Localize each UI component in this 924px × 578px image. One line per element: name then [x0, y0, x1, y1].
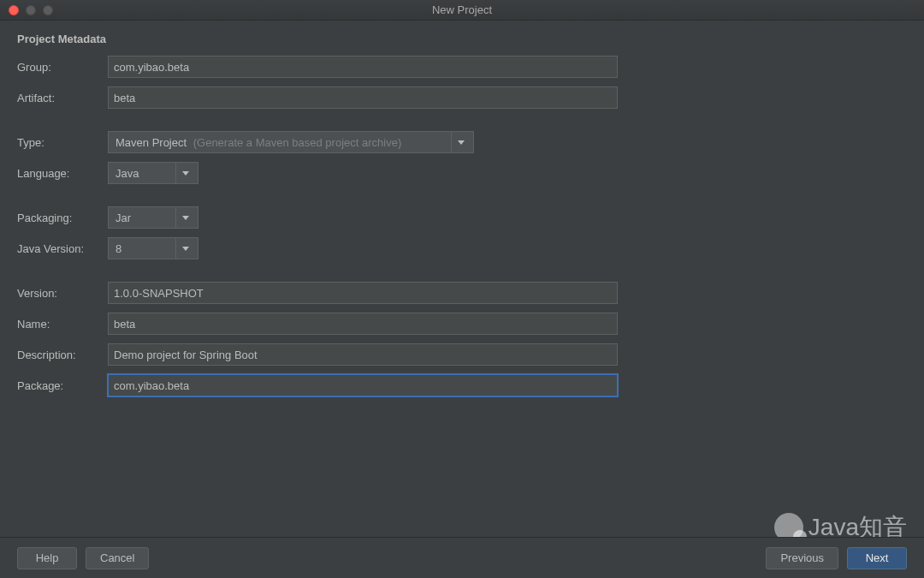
cancel-button[interactable]: Cancel	[86, 547, 149, 569]
packaging-select[interactable]: Jar	[108, 206, 198, 229]
previous-button[interactable]: Previous	[766, 547, 838, 569]
type-hint: (Generate a Maven based project archive)	[193, 136, 402, 149]
chevron-down-icon	[458, 140, 465, 145]
package-input[interactable]	[108, 374, 618, 396]
next-button[interactable]: Next	[847, 547, 907, 569]
window-title: New Project	[432, 3, 492, 16]
window-controls	[0, 5, 53, 15]
packaging-label: Packaging:	[17, 212, 103, 224]
package-label: Package:	[17, 379, 103, 392]
artifact-label: Artifact:	[17, 92, 103, 104]
minimize-icon	[26, 5, 36, 15]
description-input[interactable]	[108, 343, 618, 366]
chevron-down-icon	[182, 171, 189, 176]
packaging-value: Jar	[116, 212, 175, 224]
dialog-footer: Help Cancel Previous Next	[0, 537, 924, 578]
type-value: Maven Project	[116, 136, 187, 149]
version-input[interactable]	[108, 282, 618, 304]
metadata-form: Group: Artifact: Type: Maven Project (Ge…	[17, 56, 907, 396]
help-button[interactable]: Help	[17, 547, 77, 569]
dialog-content: Project Metadata Group: Artifact: Type: …	[0, 21, 924, 396]
java-version-label: Java Version:	[17, 242, 103, 255]
type-select[interactable]: Maven Project (Generate a Maven based pr…	[108, 131, 474, 153]
description-label: Description:	[17, 349, 103, 361]
version-label: Version:	[17, 287, 103, 300]
artifact-input[interactable]	[108, 86, 618, 109]
language-value: Java	[116, 167, 175, 180]
type-label: Type:	[17, 136, 103, 149]
group-label: Group:	[17, 61, 103, 74]
group-input[interactable]	[108, 56, 618, 78]
close-icon[interactable]	[9, 5, 19, 15]
java-version-select[interactable]: 8	[108, 237, 198, 259]
section-header: Project Metadata	[17, 33, 907, 45]
language-select[interactable]: Java	[108, 162, 198, 184]
language-label: Language:	[17, 167, 103, 180]
chevron-down-icon	[182, 216, 189, 220]
name-label: Name:	[17, 318, 103, 331]
titlebar: New Project	[0, 0, 924, 21]
chevron-down-icon	[182, 247, 189, 251]
name-input[interactable]	[108, 313, 618, 335]
java-version-value: 8	[116, 242, 175, 255]
zoom-icon	[43, 5, 53, 15]
